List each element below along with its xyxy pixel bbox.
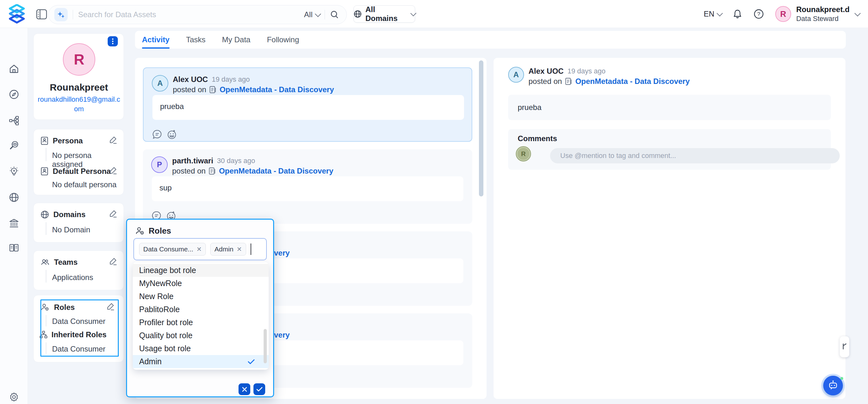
comment-input[interactable] [560, 152, 827, 160]
explore-compass-icon[interactable] [9, 89, 19, 99]
governance-bank-icon[interactable] [9, 218, 19, 228]
tab-tasks[interactable]: Tasks [186, 31, 206, 49]
edit-domains-icon[interactable] [109, 209, 117, 218]
user-menu[interactable]: R Rounakpreet.d Data Steward [775, 5, 859, 23]
comment-icon[interactable] [152, 129, 163, 141]
domains-globe-icon[interactable] [9, 192, 19, 202]
notifications-bell-icon[interactable] [733, 9, 742, 19]
search-input[interactable] [78, 10, 304, 19]
profile-more-menu-button[interactable] [108, 36, 118, 47]
teams-title: Teams [54, 258, 78, 267]
feed-post-1[interactable]: A Alex UOC 19 days ago posted on OpenMet… [143, 67, 472, 142]
comments-title: Comments [518, 134, 557, 143]
avatar-initial: R [521, 150, 526, 158]
home-icon[interactable] [9, 64, 19, 74]
remove-chip-icon[interactable]: ✕ [237, 246, 242, 253]
all-domains-dropdown[interactable]: All Domains [353, 5, 415, 23]
search-icon[interactable] [330, 10, 339, 19]
role-option[interactable]: Profiler bot role [133, 316, 269, 329]
role-option-label: New Role [139, 292, 174, 301]
search-divider [73, 10, 73, 19]
top-navbar: All All Domains EN ? R Rounakpreet.d Dat… [0, 0, 868, 28]
tab-following[interactable]: Following [267, 31, 299, 49]
openmetadata-logo[interactable] [8, 4, 26, 24]
role-option-label: Profiler bot role [139, 318, 193, 327]
selected-role-chip[interactable]: Data Consume... ✕ [139, 243, 206, 256]
thread-target-link[interactable]: OpenMetadata - Data Discovery [575, 77, 689, 86]
search-scope-dropdown[interactable]: All [304, 10, 319, 19]
left-nav-rail [0, 28, 28, 404]
feed-post-2[interactable]: P parth.tiwari 30 days ago posted on Ope… [143, 149, 472, 224]
tab-my-data-label: My Data [222, 35, 250, 44]
post-author: Alex UOC [173, 75, 208, 84]
language-dropdown[interactable]: EN [704, 9, 721, 19]
role-option[interactable]: Lineage bot role [133, 264, 269, 277]
user-info: Rounakpreet.d Data Steward [796, 5, 849, 23]
post-action: posted on [173, 85, 206, 94]
selected-role-chip[interactable]: Admin ✕ [210, 243, 246, 256]
confirm-button[interactable] [253, 383, 265, 395]
support-chatbot-button[interactable] [823, 376, 843, 396]
roles-multiselect-input[interactable]: Data Consume... ✕ Admin ✕ [133, 238, 267, 260]
default-persona-icon [41, 167, 48, 175]
document-icon [565, 78, 572, 85]
domains-card: Domains No Domain [33, 203, 124, 242]
role-option[interactable]: PablitoRole [133, 303, 269, 316]
post-timestamp: 19 days ago [212, 75, 250, 84]
user-avatar-initial: R [780, 9, 786, 19]
chevron-down-icon [854, 10, 861, 17]
edit-teams-icon[interactable] [109, 257, 117, 265]
add-reaction-icon[interactable] [166, 129, 178, 141]
help-icon[interactable]: ? [754, 9, 764, 19]
profile-email-line1: rounakdhillon619@gmail.c [34, 95, 124, 104]
post-target-link[interactable]: OpenMetadata - Data Discovery [219, 85, 334, 94]
remove-chip-icon[interactable]: ✕ [196, 246, 202, 253]
check-icon [256, 387, 262, 392]
thread-detail-panel: A Alex UOC 19 days ago posted on OpenMet… [494, 58, 845, 399]
post-target-link[interactable]: OpenMetadata - Data Discovery [219, 167, 333, 175]
data-flow-icon[interactable] [9, 115, 19, 125]
persona-header: Persona [41, 136, 83, 145]
ai-sparkle-icon[interactable] [54, 8, 68, 21]
dropdown-scrollbar[interactable] [264, 329, 267, 363]
post-author-avatar: A [152, 75, 168, 91]
comment-input-pill[interactable] [550, 148, 840, 163]
role-option[interactable]: Quality bot role [133, 329, 269, 342]
insights-bulb-icon[interactable] [9, 166, 19, 176]
inherited-roles-tree-icon [39, 330, 48, 339]
profile-email[interactable]: rounakdhillon619@gmail.c om [34, 95, 124, 114]
global-search-bar[interactable]: All [48, 5, 347, 24]
role-option-label: Quality bot role [139, 331, 192, 340]
close-icon [242, 386, 247, 392]
edit-roles-icon[interactable] [106, 302, 115, 311]
sidebar-toggle-icon[interactable] [36, 9, 47, 19]
role-option[interactable]: MyNewRole [133, 277, 269, 290]
edit-default-persona-icon[interactable] [109, 166, 117, 174]
all-domains-label: All Domains [365, 5, 406, 23]
role-option[interactable]: Usage bot role [133, 342, 269, 355]
cancel-button[interactable] [239, 383, 250, 395]
role-option-label: Admin [139, 357, 162, 366]
feed-scrollbar[interactable] [479, 60, 484, 197]
observability-icon[interactable] [9, 141, 19, 151]
role-option[interactable]: New Role [133, 290, 269, 303]
glossary-book-icon[interactable] [9, 243, 19, 253]
tab-activity[interactable]: Activity [142, 31, 169, 49]
role-option-label: Lineage bot role [139, 266, 196, 275]
profile-tabs: Activity Tasks My Data Following [135, 31, 846, 49]
collapsed-widget-tab[interactable] [840, 336, 849, 357]
tab-my-data[interactable]: My Data [222, 31, 250, 49]
edit-persona-icon[interactable] [109, 136, 117, 144]
role-option-selected[interactable]: Admin [133, 355, 269, 368]
persona-card: Persona No persona assigned Default Pers… [33, 129, 124, 195]
domains-title: Domains [53, 210, 86, 219]
post-author-avatar: P [151, 156, 168, 173]
globe-icon [354, 10, 362, 18]
inherited-roles-title: Inherited Roles [52, 330, 106, 339]
tab-tasks-label: Tasks [186, 35, 206, 44]
chatbot-status-dot [840, 377, 843, 380]
settings-gear-icon[interactable] [9, 392, 19, 402]
thread-author-avatar: A [508, 67, 524, 83]
domains-header: Domains [41, 210, 86, 219]
chevron-down-icon [410, 10, 416, 16]
